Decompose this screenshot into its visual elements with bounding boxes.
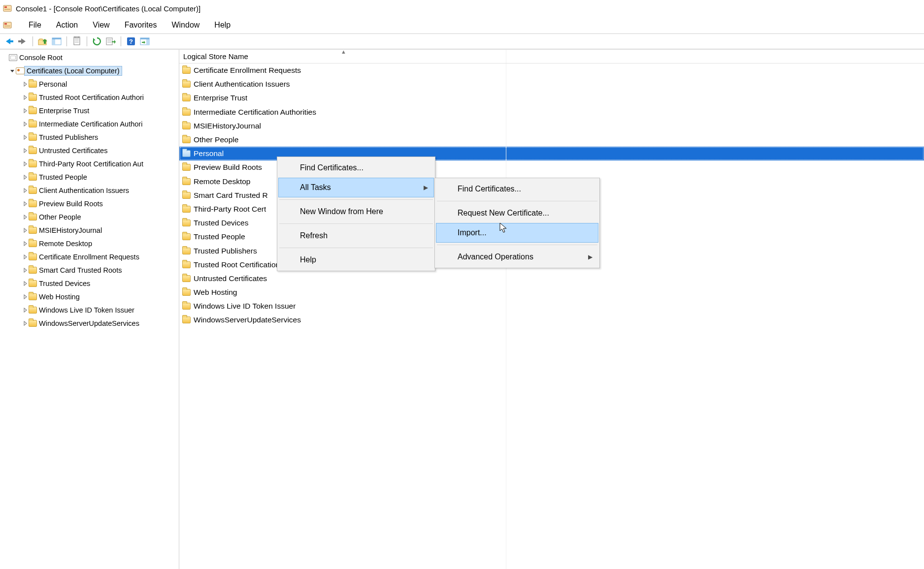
tree-node[interactable]: Client Authentication Issuers — [0, 184, 179, 197]
chevron-right-icon[interactable] — [22, 82, 29, 87]
certificate-icon — [16, 67, 25, 74]
tree-node-label: Third-Party Root Certification Aut — [37, 159, 145, 168]
menu-help[interactable]: Help — [212, 20, 232, 31]
folder-icon — [182, 248, 191, 254]
folder-icon — [29, 147, 37, 154]
chevron-right-icon[interactable] — [22, 268, 29, 273]
menu-item[interactable]: Import... — [436, 223, 598, 243]
up-folder-button[interactable] — [37, 35, 49, 47]
list-row-label: Trusted Publishers — [194, 247, 257, 255]
tree-node[interactable]: Untrusted Certificates — [0, 144, 179, 157]
tree-node-label: Windows Live ID Token Issuer — [37, 306, 136, 315]
chevron-right-icon[interactable] — [22, 241, 29, 246]
chevron-right-icon[interactable] — [22, 228, 29, 233]
folder-icon — [182, 289, 191, 296]
tree-pane[interactable]: Console Root Certificates (Local Compute… — [0, 50, 179, 569]
menu-item[interactable]: Help — [278, 250, 434, 270]
svg-rect-1 — [4, 6, 7, 8]
menu-window[interactable]: Window — [169, 20, 201, 31]
tree-node[interactable]: WindowsServerUpdateServices — [0, 316, 179, 330]
tree-node[interactable]: Windows Live ID Token Issuer — [0, 303, 179, 316]
menu-item[interactable]: Advanced Operations▶ — [436, 247, 598, 267]
chevron-down-icon[interactable] — [9, 68, 16, 73]
tree-node[interactable]: Personal — [0, 77, 179, 91]
menu-item[interactable]: Request New Certificate... — [436, 203, 598, 223]
chevron-right-icon[interactable] — [22, 188, 29, 193]
tree-node[interactable]: Certificate Enrollment Requests — [0, 250, 179, 263]
tree-node[interactable]: Smart Card Trusted Roots — [0, 263, 179, 277]
folder-icon — [182, 67, 191, 74]
column-header-label: Logical Store Name — [183, 52, 248, 61]
chevron-right-icon[interactable] — [22, 321, 29, 326]
tree-node[interactable]: Trusted Publishers — [0, 130, 179, 144]
folder-icon — [29, 107, 37, 114]
properties-button[interactable] — [71, 35, 83, 47]
chevron-right-icon[interactable] — [22, 122, 29, 126]
tree-node[interactable]: MSIEHistoryJournal — [0, 223, 179, 237]
folder-icon — [29, 267, 37, 274]
forward-button[interactable] — [17, 35, 29, 47]
show-hide-tree-button[interactable] — [51, 35, 63, 47]
menu-view[interactable]: View — [91, 20, 111, 31]
menu-item[interactable]: All Tasks▶ — [278, 178, 434, 197]
chevron-right-icon[interactable] — [22, 254, 29, 259]
list-row[interactable]: WindowsServerUpdateServices — [179, 313, 924, 327]
tree-node[interactable]: Other People — [0, 210, 179, 223]
list-pane[interactable]: Logical Store Name ▲ Certificate Enrollm… — [179, 50, 924, 569]
tree-node-console-root[interactable]: Console Root — [0, 51, 179, 64]
tree-node[interactable]: Trusted Root Certification Authori — [0, 91, 179, 104]
list-row-label: Trusted People — [194, 232, 245, 241]
list-row[interactable]: Other People — [179, 133, 924, 147]
menu-favorites[interactable]: Favorites — [123, 20, 159, 31]
chevron-right-icon[interactable] — [22, 281, 29, 286]
chevron-right-icon[interactable] — [22, 215, 29, 220]
chevron-right-icon[interactable] — [22, 201, 29, 206]
menu-item[interactable]: Find Certificates... — [278, 158, 434, 178]
tree-node[interactable]: Intermediate Certification Authori — [0, 117, 179, 130]
refresh-button[interactable] — [91, 35, 103, 47]
menu-file[interactable]: File — [27, 20, 43, 31]
menu-action[interactable]: Action — [54, 20, 80, 31]
body: Console Root Certificates (Local Compute… — [0, 49, 924, 569]
context-menu: Find Certificates...All Tasks▶New Window… — [277, 157, 435, 271]
chevron-right-icon[interactable] — [22, 308, 29, 313]
chevron-right-icon[interactable] — [22, 294, 29, 299]
list-row-label: Remote Desktop — [194, 177, 250, 186]
chevron-right-icon[interactable] — [22, 95, 29, 100]
list-row[interactable]: Enterprise Trust — [179, 91, 924, 105]
list-row[interactable]: Client Authentication Issuers — [179, 77, 924, 91]
tree-node-label: Console Root — [17, 53, 65, 62]
list-row[interactable]: Untrusted Certificates — [179, 272, 924, 285]
chevron-right-icon[interactable] — [22, 175, 29, 180]
menu-item[interactable]: Refresh — [278, 226, 434, 246]
chevron-right-icon[interactable] — [22, 108, 29, 113]
export-list-button[interactable] — [105, 35, 117, 47]
list-row[interactable]: Web Hosting — [179, 285, 924, 299]
list-row[interactable]: Intermediate Certification Authorities — [179, 105, 924, 119]
back-button[interactable] — [3, 35, 15, 47]
tree-node-certificates[interactable]: Certificates (Local Computer) — [0, 64, 179, 77]
show-action-pane-button[interactable] — [139, 35, 151, 47]
tree-node[interactable]: Web Hosting — [0, 290, 179, 303]
svg-rect-25 — [140, 38, 149, 39]
list-row[interactable]: Windows Live ID Token Issuer — [179, 299, 924, 313]
list-row[interactable]: MSIEHistoryJournal — [179, 119, 924, 133]
list-row-label: Certificate Enrollment Requests — [194, 66, 301, 75]
tree-node[interactable]: Trusted Devices — [0, 277, 179, 290]
menu-item[interactable]: New Window from Here — [278, 202, 434, 221]
menu-item[interactable]: Find Certificates... — [436, 179, 598, 199]
list-row[interactable]: Certificate Enrollment Requests — [179, 63, 924, 77]
folder-icon — [182, 136, 191, 143]
tree-node[interactable]: Third-Party Root Certification Aut — [0, 157, 179, 170]
chevron-right-icon[interactable] — [22, 148, 29, 153]
tree-node[interactable]: Trusted People — [0, 170, 179, 184]
tree-node[interactable]: Preview Build Roots — [0, 197, 179, 210]
help-button[interactable]: ? — [125, 35, 137, 47]
chevron-right-icon[interactable] — [22, 135, 29, 140]
tree-node-label: Personal — [37, 80, 69, 89]
chevron-right-icon[interactable] — [22, 161, 29, 166]
tree-node-label: Client Authentication Issuers — [37, 186, 131, 195]
tree-node[interactable]: Enterprise Trust — [0, 104, 179, 117]
list-header[interactable]: Logical Store Name ▲ — [179, 50, 924, 63]
tree-node[interactable]: Remote Desktop — [0, 237, 179, 250]
